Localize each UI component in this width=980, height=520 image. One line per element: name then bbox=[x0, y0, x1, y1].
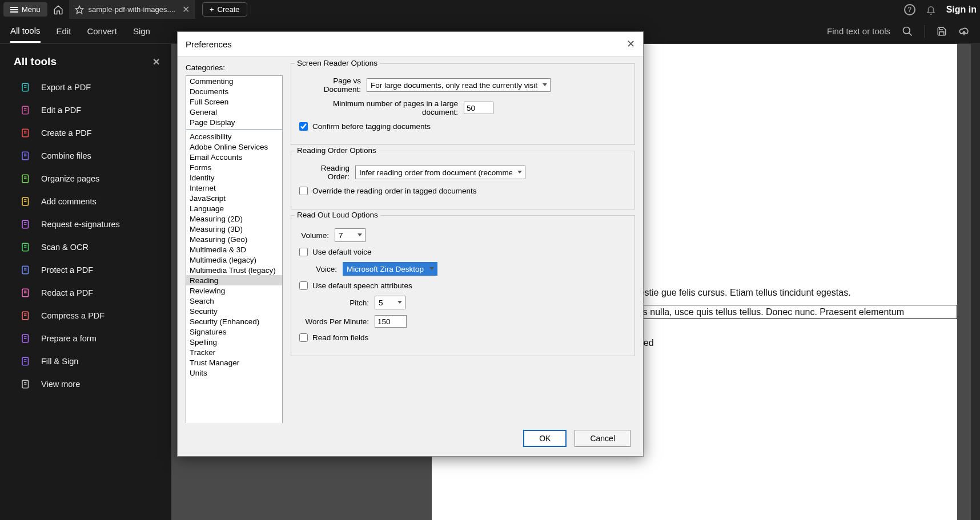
tool-icon bbox=[21, 128, 31, 138]
scrollbar[interactable] bbox=[971, 44, 980, 520]
sidebar-item-label: Combine files bbox=[41, 151, 91, 160]
sidebar-item[interactable]: Create a PDF bbox=[0, 122, 171, 144]
document-tab[interactable]: sample-pdf-with-images.... ✕ bbox=[69, 0, 195, 19]
category-item[interactable]: Search bbox=[186, 296, 282, 306]
categories-label: Categories: bbox=[186, 63, 283, 72]
category-item[interactable]: Full Screen bbox=[186, 96, 282, 107]
category-item[interactable]: Trust Manager bbox=[186, 357, 282, 368]
category-item[interactable]: Page Display bbox=[186, 117, 282, 127]
categories-list[interactable]: CommentingDocumentsFull ScreenGeneralPag… bbox=[186, 75, 283, 423]
sidebar-item[interactable]: Prepare a form bbox=[0, 327, 171, 350]
category-item[interactable]: Commenting bbox=[186, 76, 282, 86]
wpm-input[interactable] bbox=[375, 315, 407, 328]
cancel-button[interactable]: Cancel bbox=[575, 430, 630, 447]
category-item[interactable]: Security (Enhanced) bbox=[186, 316, 282, 326]
sidebar-item-label: Request e-signatures bbox=[41, 220, 120, 229]
divider bbox=[925, 25, 925, 38]
sidebar: All tools ✕ Export a PDFEdit a PDFCreate… bbox=[0, 44, 171, 520]
create-button[interactable]: +Create bbox=[202, 2, 247, 17]
sidebar-item[interactable]: Protect a PDF bbox=[0, 259, 171, 281]
category-item[interactable]: Units bbox=[186, 368, 282, 378]
sidebar-item-label: Edit a PDF bbox=[41, 106, 81, 115]
tab-edit[interactable]: Edit bbox=[57, 21, 71, 42]
category-item[interactable]: Multimedia Trust (legacy) bbox=[186, 265, 282, 275]
use-default-voice-checkbox[interactable] bbox=[299, 248, 308, 256]
confirm-tagging-checkbox[interactable] bbox=[299, 122, 308, 131]
category-item[interactable]: Reviewing bbox=[186, 285, 282, 296]
sidebar-item[interactable]: Compress a PDF bbox=[0, 304, 171, 327]
reading-order-select[interactable]: Infer reading order from document (recom… bbox=[355, 166, 525, 179]
use-default-speech-checkbox[interactable] bbox=[299, 281, 308, 290]
sidebar-item[interactable]: Scan & OCR bbox=[0, 236, 171, 259]
tool-icon bbox=[21, 105, 31, 115]
category-item[interactable]: Accessibility bbox=[186, 131, 282, 142]
dialog-close-button[interactable]: ✕ bbox=[626, 38, 635, 50]
sidebar-item-label: Scan & OCR bbox=[41, 243, 89, 252]
category-item[interactable]: Multimedia (legacy) bbox=[186, 255, 282, 265]
pitch-select[interactable]: 5 bbox=[375, 296, 405, 309]
save-icon[interactable] bbox=[937, 26, 947, 37]
override-reading-order-checkbox[interactable] bbox=[299, 187, 308, 195]
tool-icon bbox=[21, 242, 31, 252]
category-item[interactable]: Reading bbox=[186, 275, 282, 285]
category-item[interactable]: Language bbox=[186, 203, 282, 213]
sidebar-item[interactable]: Redact a PDF bbox=[0, 281, 171, 304]
help-icon[interactable]: ? bbox=[904, 4, 915, 15]
category-item[interactable]: Spelling bbox=[186, 337, 282, 347]
ok-button[interactable]: OK bbox=[523, 430, 567, 447]
tool-icon bbox=[21, 265, 31, 275]
read-form-fields-checkbox[interactable] bbox=[299, 333, 308, 342]
page-vs-document-select[interactable]: For large documents, only read the curre… bbox=[367, 78, 551, 92]
sidebar-item[interactable]: View more bbox=[0, 373, 171, 396]
sidebar-item-label: View more bbox=[41, 380, 80, 389]
tool-icon bbox=[21, 333, 31, 344]
sidebar-item[interactable]: Export a PDF bbox=[0, 76, 171, 99]
sidebar-item[interactable]: Add comments bbox=[0, 190, 171, 213]
search-icon[interactable] bbox=[902, 26, 913, 37]
category-item[interactable]: Identity bbox=[186, 172, 282, 183]
sidebar-item[interactable]: Request e-signatures bbox=[0, 213, 171, 236]
sidebar-item[interactable]: Fill & Sign bbox=[0, 350, 171, 373]
sidebar-item-label: Prepare a form bbox=[41, 334, 97, 343]
sidebar-item[interactable]: Edit a PDF bbox=[0, 99, 171, 122]
sidebar-close-icon[interactable]: ✕ bbox=[152, 57, 160, 67]
category-item[interactable]: Measuring (Geo) bbox=[186, 234, 282, 244]
category-item[interactable]: Tracker bbox=[186, 347, 282, 357]
tool-icon bbox=[21, 379, 31, 389]
titlebar: Menu sample-pdf-with-images.... ✕ +Creat… bbox=[0, 0, 980, 19]
tab-close-button[interactable]: ✕ bbox=[182, 4, 190, 15]
category-item[interactable]: Multimedia & 3D bbox=[186, 244, 282, 255]
voice-select[interactable]: Microsoft Zira Desktop - En bbox=[343, 262, 437, 276]
star-icon[interactable] bbox=[75, 5, 84, 14]
category-item[interactable]: General bbox=[186, 107, 282, 117]
category-item[interactable]: Forms bbox=[186, 162, 282, 172]
cloud-icon[interactable] bbox=[958, 26, 970, 37]
tab-sign[interactable]: Sign bbox=[133, 21, 150, 42]
signin-button[interactable]: Sign in bbox=[946, 5, 977, 15]
category-item[interactable]: Adobe Online Services bbox=[186, 142, 282, 152]
tab-convert[interactable]: Convert bbox=[87, 21, 117, 42]
sidebar-item-label: Protect a PDF bbox=[41, 265, 93, 275]
category-item[interactable]: Security bbox=[186, 306, 282, 316]
tab-alltools[interactable]: All tools bbox=[10, 20, 41, 43]
sidebar-item-label: Fill & Sign bbox=[41, 357, 78, 366]
category-item[interactable]: Signatures bbox=[186, 326, 282, 337]
sidebar-item[interactable]: Combine files bbox=[0, 144, 171, 167]
volume-select[interactable]: 7 bbox=[335, 228, 366, 242]
category-item[interactable]: Email Accounts bbox=[186, 152, 282, 162]
sidebar-item[interactable]: Organize pages bbox=[0, 167, 171, 190]
home-button[interactable] bbox=[50, 2, 67, 18]
bell-icon[interactable] bbox=[926, 5, 936, 15]
preferences-dialog: Preferences ✕ Categories: CommentingDocu… bbox=[177, 31, 644, 457]
dialog-title: Preferences bbox=[186, 39, 232, 49]
min-pages-input[interactable] bbox=[464, 102, 493, 114]
category-item[interactable]: Documents bbox=[186, 86, 282, 96]
category-item[interactable]: Internet bbox=[186, 183, 282, 193]
category-item[interactable]: Measuring (3D) bbox=[186, 224, 282, 234]
tool-icon bbox=[21, 219, 31, 229]
menu-button[interactable]: Menu bbox=[3, 2, 47, 17]
category-item[interactable]: Measuring (2D) bbox=[186, 213, 282, 224]
sidebar-item-label: Add comments bbox=[41, 197, 97, 206]
category-item[interactable]: JavaScript bbox=[186, 193, 282, 203]
sidebar-title: All tools bbox=[14, 55, 57, 68]
